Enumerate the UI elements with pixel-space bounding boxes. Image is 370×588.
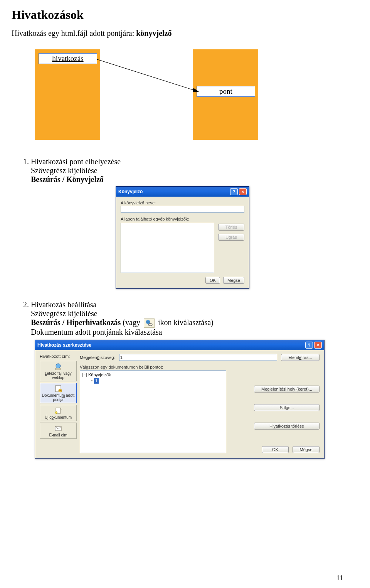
ok-button[interactable]: OK [262, 446, 289, 453]
bookmark-name-label: A könyvjelző neve: [121, 200, 244, 205]
help-icon[interactable]: ? [230, 188, 238, 195]
step1-title: Hivatkozási pont elhelyezése [31, 157, 121, 166]
bookmark-list-label: A lapon található egyéb könyvjelzők: [121, 217, 244, 221]
side-item-email[interactable]: E-mail cím [40, 423, 77, 439]
target-frame-button[interactable]: Megjelenítési hely (keret)... [254, 386, 320, 393]
step2-line-b: Beszúrás / Hiperhivatkozás (vagy ikon ki… [31, 318, 358, 328]
close-icon[interactable]: × [314, 342, 322, 349]
close-icon[interactable]: × [239, 188, 247, 195]
intro-bold: könyvjelző [136, 29, 172, 37]
side-item-label: Létező fájl vagy weblap [45, 371, 72, 380]
page-title: Hivatkozások [12, 8, 358, 22]
help-icon[interactable]: ? [305, 342, 313, 349]
display-text-label: Megjelenő szöveg: [80, 355, 115, 360]
dialog-bookmark-titlebar[interactable]: Könyvjelző ? × [116, 187, 249, 197]
step2-line-b-post: ikon kiválasztása) [156, 318, 214, 327]
svg-line-0 [97, 59, 194, 90]
cancel-button[interactable]: Mégse [223, 277, 244, 284]
pick-point-label: Válasszon egy dokumentumon belüli pontot… [80, 365, 320, 369]
svg-point-3 [148, 323, 152, 326]
dialog-bookmark-title: Könyvjelző [118, 189, 143, 194]
page-number: 11 [336, 574, 343, 582]
diagram-label-point: pont [197, 86, 255, 97]
cancel-button[interactable]: Mégse [293, 446, 320, 453]
bookmark-diagram: hivatkozás pont [12, 45, 358, 150]
step2-line-c: Dokumentum adott pontjának kiválasztása [31, 328, 358, 337]
step2-title: Hivatkozás beállítása [31, 300, 97, 309]
ok-button[interactable]: OK [205, 277, 220, 284]
display-text-input[interactable] [119, 354, 277, 361]
hyperlink-toolbar-icon [144, 318, 155, 328]
goto-button[interactable]: Ugrás [218, 234, 244, 241]
remove-link-button[interactable]: Hivatkozás törlése [254, 423, 320, 430]
intro-line: Hivatkozás egy html.fájl adott pontjára:… [12, 29, 358, 38]
side-item-new-doc[interactable]: Új dokumentum [40, 405, 77, 421]
bookmark-listbox[interactable] [121, 223, 214, 273]
dialog-hyperlink-title: Hivatkozás szerkesztése [37, 342, 91, 348]
side-item-existing-file[interactable]: Létező fájl vagy weblap [40, 361, 77, 381]
delete-button[interactable]: Törlés [218, 224, 244, 231]
tree-root-label: Könyvjelzők [88, 372, 111, 378]
diagram-label-link: hivatkozás [39, 53, 97, 64]
style-button[interactable]: Stílus... [254, 404, 320, 411]
step2-line-b-pre: Beszúrás / Hiperhivatkozás [31, 318, 121, 327]
bookmark-name-input[interactable] [121, 206, 244, 213]
diagram-arrow [97, 57, 199, 96]
tree-bullet-icon: ▫ [91, 378, 92, 384]
screentip-button[interactable]: Elemleírás... [281, 354, 320, 361]
link-to-label: Hivatkozott cím: [40, 354, 77, 359]
side-item-label: E-mail cím [49, 433, 67, 437]
dialog-bookmark: Könyvjelző ? × A könyvjelző neve: A lapo… [116, 186, 249, 289]
step-1: Hivatkozási pont elhelyezése Szövegrész … [31, 157, 358, 184]
svg-rect-5 [56, 368, 61, 370]
side-item-place-in-doc[interactable]: Dokumentum adott pontja [40, 383, 77, 403]
side-item-label: Dokumentum adott pontja [42, 393, 75, 402]
step1-line-b: Beszúrás / Könyvjelző [31, 175, 358, 184]
dialog-hyperlink-titlebar[interactable]: Hivatkozás szerkesztése ? × [35, 340, 324, 350]
tree-selected-item[interactable]: 1 [94, 378, 99, 384]
svg-point-4 [56, 364, 61, 368]
tree-collapse-icon[interactable]: − [82, 373, 87, 377]
document-tree[interactable]: − Könyvjelzők ▫ 1 [80, 370, 226, 453]
side-item-label: Új dokumentum [45, 415, 72, 420]
step2-line-b-mid: (vagy [121, 318, 142, 327]
svg-point-9 [56, 412, 57, 414]
step1-line-a: Szövegrész kijelölése [31, 166, 358, 175]
intro-text: Hivatkozás egy html.fájl adott pontjára: [12, 29, 136, 37]
step2-line-a: Szövegrész kijelölése [31, 309, 358, 318]
dialog-hyperlink: Hivatkozás szerkesztése ? × Hivatkozott … [35, 340, 325, 459]
step-2: Hivatkozás beállítása Szövegrész kijelöl… [31, 300, 358, 337]
